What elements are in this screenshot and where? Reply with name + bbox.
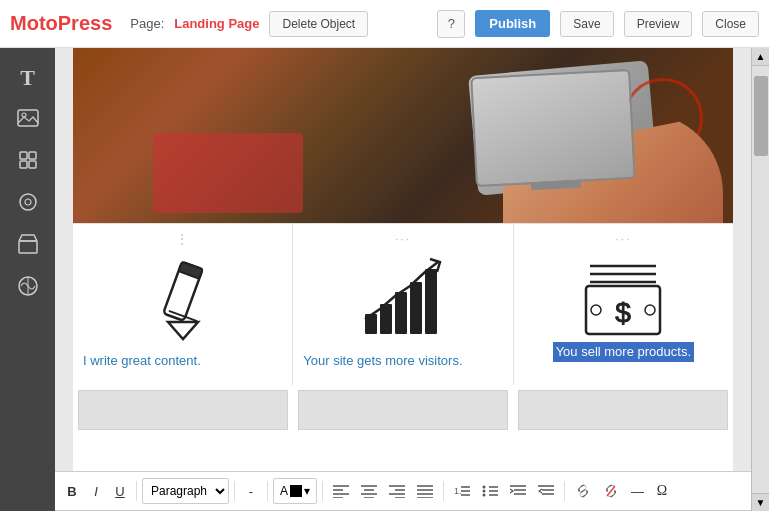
svg-rect-15 — [178, 262, 202, 279]
col3-text-selected: You sell more products. — [553, 342, 694, 362]
col3-text: You sell more products. — [556, 344, 691, 359]
save-button[interactable]: Save — [560, 11, 613, 37]
page-canvas: ⋮ I write great content. — [73, 48, 733, 508]
unlink-icon — [603, 484, 619, 498]
svg-text:1.: 1. — [454, 486, 462, 496]
unlink-button[interactable] — [598, 478, 624, 504]
col1-dots: ⋮ — [176, 232, 190, 246]
column-3: ··· $ — [514, 224, 733, 385]
topbar: MotoPress Page: Landing Page Delete Obje… — [0, 0, 769, 48]
sidebar-media-tool[interactable] — [6, 184, 50, 224]
logo: MotoPress — [10, 12, 112, 35]
col3-dots: ··· — [615, 232, 631, 246]
link-icon — [575, 484, 591, 498]
help-button[interactable]: ? — [437, 10, 465, 38]
col2-dots: ··· — [395, 232, 411, 246]
col2-text: Your site gets more visitors. — [303, 352, 502, 370]
indent-decrease-button[interactable]: - — [240, 478, 262, 504]
align-justify-icon — [417, 484, 433, 498]
svg-point-6 — [20, 194, 36, 210]
media-tool-icon — [18, 192, 38, 217]
content-wrapper: ⋮ I write great content. — [55, 48, 751, 511]
logo-suffix: Press — [58, 12, 113, 34]
unordered-list-button[interactable] — [477, 478, 503, 504]
svg-point-7 — [25, 199, 31, 205]
pencil-icon — [143, 254, 223, 344]
logo-prefix: Moto — [10, 12, 58, 34]
hero-image — [73, 48, 733, 223]
ordered-list-icon: 1. — [454, 484, 470, 498]
pencil-icon-container — [83, 254, 282, 347]
align-left-button[interactable] — [328, 478, 354, 504]
scroll-down-button[interactable]: ▼ — [752, 493, 769, 511]
align-right-button[interactable] — [384, 478, 410, 504]
bottom-bar-3 — [518, 390, 728, 430]
scroll-thumb[interactable] — [754, 76, 768, 156]
image-tool-icon — [17, 109, 39, 132]
main-layout: T — [0, 48, 769, 511]
sidebar: T — [0, 48, 55, 511]
underline-button[interactable]: U — [109, 478, 131, 504]
link-button[interactable] — [570, 478, 596, 504]
align-right-icon — [389, 484, 405, 498]
horizontal-rule-button[interactable]: — — [626, 478, 649, 504]
column-1: ⋮ I write great content. — [73, 224, 293, 385]
wordpress-tool-icon — [17, 275, 39, 302]
svg-point-50 — [483, 494, 486, 497]
indent-in-button[interactable] — [505, 478, 531, 504]
sidebar-image-tool[interactable] — [6, 100, 50, 140]
widget-tool-icon — [18, 150, 38, 175]
align-justify-button[interactable] — [412, 478, 438, 504]
align-left-icon — [333, 484, 349, 498]
preview-button[interactable]: Preview — [624, 11, 693, 37]
special-char-button[interactable]: Ω — [651, 478, 673, 504]
scrollbar[interactable]: ▲ ▼ — [751, 48, 769, 511]
chart-icon — [360, 254, 445, 344]
text-color-button[interactable]: A ▾ — [273, 478, 317, 504]
three-column-section: ⋮ I write great content. — [73, 223, 733, 385]
separator-6 — [564, 481, 565, 501]
page-label: Page: — [130, 16, 164, 31]
italic-button[interactable]: I — [85, 478, 107, 504]
paragraph-style-select[interactable]: Paragraph Heading 1 Heading 2 — [142, 478, 229, 504]
svg-rect-20 — [425, 269, 437, 334]
separator-4 — [322, 481, 323, 501]
svg-rect-2 — [20, 152, 27, 159]
svg-rect-0 — [18, 110, 38, 126]
align-center-button[interactable] — [356, 478, 382, 504]
money-icon-container: $ — [524, 254, 723, 342]
delete-object-button[interactable]: Delete Object — [269, 11, 368, 37]
bottom-bar-2 — [298, 390, 508, 430]
content-area[interactable]: ⋮ I write great content. — [55, 48, 751, 508]
color-swatch — [290, 485, 302, 497]
bottom-bar-1 — [78, 390, 288, 430]
svg-point-26 — [591, 305, 601, 315]
bold-button[interactable]: B — [61, 478, 83, 504]
svg-point-49 — [483, 490, 486, 493]
color-a-label: A — [280, 484, 288, 498]
svg-rect-3 — [29, 152, 36, 159]
color-dropdown-arrow: ▾ — [304, 484, 310, 498]
indent-in-icon — [510, 484, 526, 498]
svg-rect-18 — [395, 292, 407, 334]
align-center-icon — [361, 484, 377, 498]
svg-rect-19 — [410, 282, 422, 334]
unordered-list-icon — [482, 484, 498, 498]
svg-rect-5 — [29, 161, 36, 168]
sidebar-widget-tool[interactable] — [6, 142, 50, 182]
separator-5 — [443, 481, 444, 501]
sidebar-text-tool[interactable]: T — [6, 58, 50, 98]
publish-button[interactable]: Publish — [475, 10, 550, 37]
bottom-bars — [73, 385, 733, 430]
scroll-track[interactable] — [752, 66, 769, 493]
ordered-list-button[interactable]: 1. — [449, 478, 475, 504]
scroll-up-button[interactable]: ▲ — [752, 48, 769, 66]
sidebar-store-tool[interactable] — [6, 226, 50, 266]
sidebar-wp-tool[interactable] — [6, 268, 50, 308]
svg-point-27 — [645, 305, 655, 315]
close-button[interactable]: Close — [702, 11, 759, 37]
money-icon: $ — [578, 254, 668, 339]
indent-out-button[interactable] — [533, 478, 559, 504]
svg-rect-8 — [19, 241, 37, 253]
svg-point-48 — [483, 486, 486, 489]
